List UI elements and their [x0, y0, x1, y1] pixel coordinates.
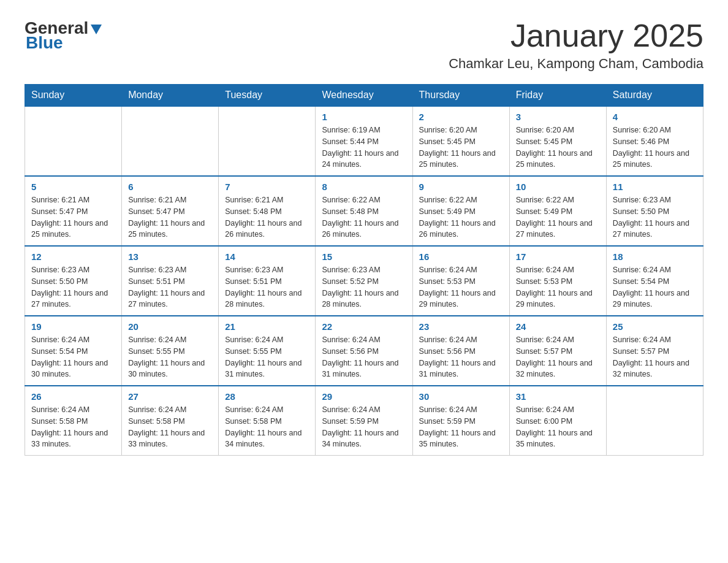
- calendar-cell: 23Sunrise: 6:24 AM Sunset: 5:56 PM Dayli…: [412, 316, 509, 386]
- day-number: 18: [613, 251, 697, 262]
- calendar-cell: 31Sunrise: 6:24 AM Sunset: 6:00 PM Dayli…: [509, 386, 606, 456]
- calendar-week-row: 12Sunrise: 6:23 AM Sunset: 5:50 PM Dayli…: [25, 246, 703, 316]
- day-number: 19: [31, 321, 115, 332]
- title-section: January 2025 Chamkar Leu, Kampong Cham, …: [449, 18, 703, 72]
- day-info: Sunrise: 6:24 AM Sunset: 5:56 PM Dayligh…: [322, 334, 406, 380]
- day-info: Sunrise: 6:21 AM Sunset: 5:47 PM Dayligh…: [31, 194, 115, 240]
- calendar-cell: 21Sunrise: 6:24 AM Sunset: 5:55 PM Dayli…: [219, 316, 316, 386]
- calendar-cell: 25Sunrise: 6:24 AM Sunset: 5:57 PM Dayli…: [606, 316, 703, 386]
- calendar-cell: 27Sunrise: 6:24 AM Sunset: 5:58 PM Dayli…: [122, 386, 219, 456]
- day-number: 20: [128, 321, 212, 332]
- day-info: Sunrise: 6:24 AM Sunset: 5:56 PM Dayligh…: [419, 334, 503, 380]
- day-info: Sunrise: 6:24 AM Sunset: 5:54 PM Dayligh…: [613, 264, 697, 310]
- day-number: 29: [322, 391, 406, 402]
- day-info: Sunrise: 6:24 AM Sunset: 6:00 PM Dayligh…: [516, 404, 600, 450]
- day-info: Sunrise: 6:21 AM Sunset: 5:48 PM Dayligh…: [225, 194, 309, 240]
- day-number: 8: [322, 182, 406, 192]
- day-of-week-header: Sunday: [25, 85, 122, 107]
- day-number: 5: [31, 182, 115, 192]
- day-info: Sunrise: 6:24 AM Sunset: 5:53 PM Dayligh…: [419, 264, 503, 310]
- day-number: 17: [516, 251, 600, 262]
- day-info: Sunrise: 6:24 AM Sunset: 5:54 PM Dayligh…: [31, 334, 115, 380]
- day-info: Sunrise: 6:23 AM Sunset: 5:50 PM Dayligh…: [613, 194, 697, 240]
- day-info: Sunrise: 6:22 AM Sunset: 5:49 PM Dayligh…: [516, 194, 600, 240]
- day-number: 11: [613, 182, 697, 192]
- day-info: Sunrise: 6:20 AM Sunset: 5:46 PM Dayligh…: [613, 124, 697, 170]
- calendar-week-row: 26Sunrise: 6:24 AM Sunset: 5:58 PM Dayli…: [25, 386, 703, 456]
- day-number: 10: [516, 182, 600, 192]
- calendar-cell: 14Sunrise: 6:23 AM Sunset: 5:51 PM Dayli…: [219, 246, 316, 316]
- day-info: Sunrise: 6:23 AM Sunset: 5:50 PM Dayligh…: [31, 264, 115, 310]
- location-title: Chamkar Leu, Kampong Cham, Cambodia: [449, 56, 703, 72]
- day-number: 23: [419, 321, 503, 332]
- calendar-cell: 1Sunrise: 6:19 AM Sunset: 5:44 PM Daylig…: [316, 106, 412, 176]
- day-number: 25: [613, 321, 697, 332]
- day-number: 16: [419, 251, 503, 262]
- day-number: 28: [225, 391, 309, 402]
- day-number: 21: [225, 321, 309, 332]
- calendar-week-row: 5Sunrise: 6:21 AM Sunset: 5:47 PM Daylig…: [25, 176, 703, 246]
- calendar-week-row: 19Sunrise: 6:24 AM Sunset: 5:54 PM Dayli…: [25, 316, 703, 386]
- day-number: 12: [31, 251, 115, 262]
- logo-triangle-icon: [89, 22, 103, 36]
- calendar-cell: 10Sunrise: 6:22 AM Sunset: 5:49 PM Dayli…: [509, 176, 606, 246]
- day-info: Sunrise: 6:23 AM Sunset: 5:51 PM Dayligh…: [225, 264, 309, 310]
- day-number: 22: [322, 321, 406, 332]
- calendar-cell: 6Sunrise: 6:21 AM Sunset: 5:47 PM Daylig…: [122, 176, 219, 246]
- calendar-cell: [122, 106, 219, 176]
- calendar-cell: [25, 106, 122, 176]
- calendar-week-row: 1Sunrise: 6:19 AM Sunset: 5:44 PM Daylig…: [25, 106, 703, 176]
- calendar-cell: 20Sunrise: 6:24 AM Sunset: 5:55 PM Dayli…: [122, 316, 219, 386]
- logo-blue-text: Blue: [26, 33, 63, 53]
- month-title: January 2025: [449, 18, 703, 53]
- calendar-cell: 17Sunrise: 6:24 AM Sunset: 5:53 PM Dayli…: [509, 246, 606, 316]
- day-number: 1: [322, 112, 406, 122]
- day-number: 14: [225, 251, 309, 262]
- day-info: Sunrise: 6:24 AM Sunset: 5:57 PM Dayligh…: [613, 334, 697, 380]
- day-number: 13: [128, 251, 212, 262]
- logo: General Blue: [25, 18, 103, 53]
- calendar-cell: 15Sunrise: 6:23 AM Sunset: 5:52 PM Dayli…: [316, 246, 412, 316]
- day-info: Sunrise: 6:24 AM Sunset: 5:58 PM Dayligh…: [31, 404, 115, 450]
- day-number: 3: [516, 112, 600, 122]
- calendar-cell: 29Sunrise: 6:24 AM Sunset: 5:59 PM Dayli…: [316, 386, 412, 456]
- calendar-cell: [219, 106, 316, 176]
- calendar-cell: 8Sunrise: 6:22 AM Sunset: 5:48 PM Daylig…: [316, 176, 412, 246]
- page-header: General Blue January 2025 Chamkar Leu, K…: [25, 18, 703, 72]
- day-info: Sunrise: 6:24 AM Sunset: 5:57 PM Dayligh…: [516, 334, 600, 380]
- calendar-cell: 9Sunrise: 6:22 AM Sunset: 5:49 PM Daylig…: [412, 176, 509, 246]
- day-info: Sunrise: 6:24 AM Sunset: 5:59 PM Dayligh…: [419, 404, 503, 450]
- day-info: Sunrise: 6:24 AM Sunset: 5:59 PM Dayligh…: [322, 404, 406, 450]
- day-number: 24: [516, 321, 600, 332]
- calendar-cell: 2Sunrise: 6:20 AM Sunset: 5:45 PM Daylig…: [412, 106, 509, 176]
- day-number: 31: [516, 391, 600, 402]
- day-info: Sunrise: 6:24 AM Sunset: 5:55 PM Dayligh…: [128, 334, 212, 380]
- calendar-cell: 24Sunrise: 6:24 AM Sunset: 5:57 PM Dayli…: [509, 316, 606, 386]
- day-number: 2: [419, 112, 503, 122]
- day-number: 30: [419, 391, 503, 402]
- calendar-cell: 13Sunrise: 6:23 AM Sunset: 5:51 PM Dayli…: [122, 246, 219, 316]
- day-number: 15: [322, 251, 406, 262]
- calendar-cell: 26Sunrise: 6:24 AM Sunset: 5:58 PM Dayli…: [25, 386, 122, 456]
- calendar-cell: 3Sunrise: 6:20 AM Sunset: 5:45 PM Daylig…: [509, 106, 606, 176]
- calendar-cell: 7Sunrise: 6:21 AM Sunset: 5:48 PM Daylig…: [219, 176, 316, 246]
- day-of-week-header: Tuesday: [219, 85, 316, 107]
- day-info: Sunrise: 6:24 AM Sunset: 5:53 PM Dayligh…: [516, 264, 600, 310]
- calendar-cell: 4Sunrise: 6:20 AM Sunset: 5:46 PM Daylig…: [606, 106, 703, 176]
- day-number: 27: [128, 391, 212, 402]
- calendar-cell: 11Sunrise: 6:23 AM Sunset: 5:50 PM Dayli…: [606, 176, 703, 246]
- calendar-cell: 28Sunrise: 6:24 AM Sunset: 5:58 PM Dayli…: [219, 386, 316, 456]
- day-number: 6: [128, 182, 212, 192]
- calendar-cell: 18Sunrise: 6:24 AM Sunset: 5:54 PM Dayli…: [606, 246, 703, 316]
- day-info: Sunrise: 6:24 AM Sunset: 5:58 PM Dayligh…: [225, 404, 309, 450]
- day-info: Sunrise: 6:24 AM Sunset: 5:58 PM Dayligh…: [128, 404, 212, 450]
- day-info: Sunrise: 6:24 AM Sunset: 5:55 PM Dayligh…: [225, 334, 309, 380]
- calendar-header-row: SundayMondayTuesdayWednesdayThursdayFrid…: [25, 85, 703, 107]
- svg-marker-0: [91, 25, 102, 34]
- day-info: Sunrise: 6:22 AM Sunset: 5:49 PM Dayligh…: [419, 194, 503, 240]
- calendar-cell: 5Sunrise: 6:21 AM Sunset: 5:47 PM Daylig…: [25, 176, 122, 246]
- day-info: Sunrise: 6:23 AM Sunset: 5:52 PM Dayligh…: [322, 264, 406, 310]
- day-of-week-header: Monday: [122, 85, 219, 107]
- day-number: 9: [419, 182, 503, 192]
- calendar-cell: 12Sunrise: 6:23 AM Sunset: 5:50 PM Dayli…: [25, 246, 122, 316]
